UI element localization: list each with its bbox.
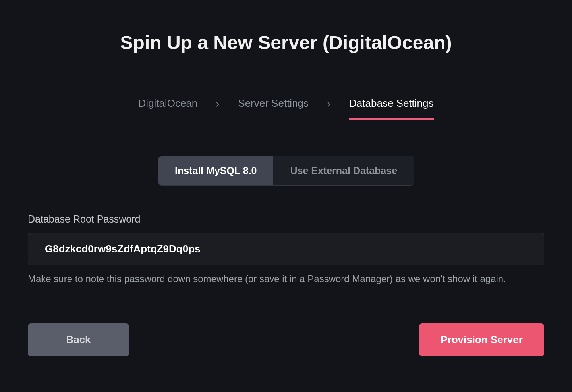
breadcrumb-server-settings[interactable]: Server Settings: [238, 97, 309, 120]
provision-server-button[interactable]: Provision Server: [419, 323, 544, 356]
page-title: Spin Up a New Server (DigitalOcean): [28, 32, 544, 54]
segment-external-database[interactable]: Use External Database: [273, 156, 414, 185]
back-button[interactable]: Back: [28, 323, 129, 356]
breadcrumb-database-settings[interactable]: Database Settings: [349, 97, 433, 120]
password-form-group: Database Root Password Make sure to note…: [28, 213, 544, 286]
password-hint: Make sure to note this password down som…: [28, 272, 544, 286]
database-root-password-input[interactable]: [28, 233, 544, 265]
chevron-right-icon: [214, 101, 221, 117]
database-mode-segment: Install MySQL 8.0 Use External Database: [28, 156, 544, 186]
chevron-right-icon: [325, 101, 332, 117]
segment-install-mysql[interactable]: Install MySQL 8.0: [158, 156, 274, 185]
button-row: Back Provision Server: [28, 323, 544, 356]
breadcrumb-digitalocean[interactable]: DigitalOcean: [138, 97, 197, 120]
breadcrumb: DigitalOcean Server Settings Database Se…: [28, 97, 544, 120]
password-label: Database Root Password: [28, 213, 544, 225]
